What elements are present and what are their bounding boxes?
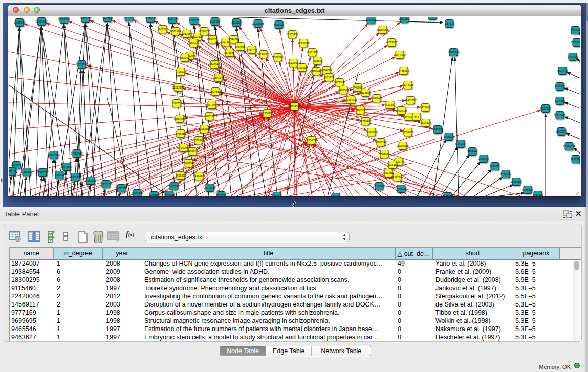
svg-text:10973493: 10973493	[394, 53, 405, 56]
svg-text:3912954: 3912954	[231, 21, 242, 24]
svg-text:3911141: 3911141	[9, 170, 17, 173]
svg-text:9084067: 9084067	[379, 152, 389, 156]
svg-text:8186328: 8186328	[207, 38, 217, 41]
svg-text:8794021: 8794021	[164, 193, 175, 196]
svg-text:10719185: 10719185	[144, 17, 156, 20]
svg-text:10756928: 10756928	[397, 144, 408, 147]
svg-text:8938923: 8938923	[444, 135, 454, 138]
svg-text:17046796: 17046796	[177, 146, 189, 149]
svg-text:15409948: 15409948	[183, 162, 194, 165]
svg-text:9777169: 9777169	[334, 81, 344, 84]
svg-text:7515524: 7515524	[274, 23, 284, 26]
svg-text:1615112: 1615112	[387, 163, 398, 166]
svg-text:18807249: 18807249	[375, 141, 386, 144]
svg-text:3912954: 3912954	[182, 32, 192, 35]
svg-text:2087682: 2087682	[366, 18, 376, 21]
svg-text:1362615: 1362615	[297, 66, 307, 69]
svg-text:7632621: 7632621	[490, 165, 500, 168]
svg-text:10654112: 10654112	[511, 180, 522, 183]
svg-text:1082021: 1082021	[331, 195, 341, 196]
svg-text:8215958: 8215958	[540, 107, 551, 110]
svg-text:8242848: 8242848	[209, 63, 220, 66]
svg-text:9245082: 9245082	[443, 195, 453, 196]
svg-text:6379197: 6379197	[455, 142, 466, 145]
svg-text:8471676: 8471676	[500, 172, 511, 176]
svg-text:3678342: 3678342	[193, 139, 204, 142]
svg-text:9160124: 9160124	[210, 20, 220, 23]
svg-text:1244415: 1244415	[555, 99, 565, 102]
svg-text:1527602: 1527602	[102, 17, 113, 19]
svg-text:12505135: 12505135	[69, 176, 81, 179]
svg-text:7857563: 7857563	[216, 194, 226, 196]
svg-text:18653283: 18653283	[58, 18, 70, 21]
svg-text:7955812: 7955812	[312, 59, 322, 62]
svg-text:7663822: 7663822	[158, 28, 168, 31]
svg-text:10653287: 10653287	[79, 17, 91, 20]
svg-text:6794028: 6794028	[321, 69, 332, 72]
svg-text:6466160: 6466160	[124, 17, 134, 19]
svg-text:1145194: 1145194	[54, 173, 64, 177]
svg-text:20691406: 20691406	[35, 20, 47, 23]
svg-text:20206506: 20206506	[48, 154, 59, 157]
svg-text:16154808: 16154808	[377, 28, 388, 31]
svg-text:10688609: 10688609	[365, 130, 377, 134]
svg-text:983902: 983902	[180, 56, 189, 59]
svg-text:417006: 417006	[207, 103, 216, 106]
svg-text:8990448: 8990448	[311, 70, 321, 73]
svg-text:12213393: 12213393	[172, 86, 184, 89]
svg-text:10958117: 10958117	[100, 183, 112, 186]
svg-text:1757693: 1757693	[533, 193, 543, 196]
svg-text:1640953: 1640953	[432, 128, 443, 131]
svg-text:12942757: 12942757	[36, 171, 48, 174]
svg-text:9452282: 9452282	[149, 194, 159, 196]
svg-text:9245612: 9245612	[522, 188, 533, 191]
svg-text:15692971: 15692971	[555, 130, 567, 133]
svg-text:2935134: 2935134	[478, 157, 489, 160]
svg-text:18300295: 18300295	[261, 112, 273, 115]
svg-text:1112644: 1112644	[570, 29, 580, 32]
svg-text:8454749: 8454749	[247, 48, 257, 51]
svg-text:13226058: 13226058	[198, 30, 210, 33]
svg-text:1544546: 1544546	[229, 38, 239, 41]
svg-text:844: 844	[415, 115, 419, 118]
svg-text:16671385: 16671385	[166, 18, 178, 21]
svg-text:15720407: 15720407	[359, 120, 371, 123]
svg-text:11325419: 11325419	[287, 33, 298, 36]
svg-text:2718170: 2718170	[176, 70, 186, 73]
svg-text:10025438: 10025438	[395, 109, 407, 112]
svg-text:2050431: 2050431	[272, 194, 282, 196]
svg-text:3493222: 3493222	[187, 150, 198, 153]
svg-text:9329996: 9329996	[568, 55, 578, 58]
svg-text:13226058: 13226058	[252, 22, 264, 25]
svg-text:2803144: 2803144	[213, 76, 224, 79]
svg-text:13975125: 13975125	[402, 83, 413, 86]
svg-text:7485063: 7485063	[399, 69, 409, 72]
svg-text:9327509: 9327509	[192, 35, 203, 38]
svg-text:1588520: 1588520	[273, 56, 283, 59]
svg-text:9115460: 9115460	[420, 106, 430, 109]
svg-text:1621022: 1621022	[324, 76, 334, 79]
svg-text:4639051: 4639051	[11, 164, 21, 167]
svg-text:8813054: 8813054	[427, 17, 438, 17]
svg-text:7986322: 7986322	[355, 108, 365, 112]
svg-text:8322037: 8322037	[288, 61, 298, 64]
svg-text:18724007: 18724007	[289, 105, 300, 108]
svg-text:62160: 62160	[386, 103, 394, 106]
svg-text:16782759: 16782759	[115, 187, 127, 190]
svg-text:1209382: 1209382	[555, 85, 565, 88]
svg-text:9657791: 9657791	[169, 185, 179, 188]
svg-text:13524851: 13524851	[382, 171, 394, 174]
svg-text:7515526: 7515526	[189, 19, 199, 22]
svg-text:1167534: 1167534	[571, 158, 580, 161]
svg-text:8267130: 8267130	[204, 115, 214, 118]
svg-text:12353594: 12353594	[198, 127, 210, 130]
svg-text:16648764: 16648764	[447, 51, 459, 54]
svg-text:15751074: 15751074	[571, 41, 580, 44]
svg-text:13463627: 13463627	[404, 99, 416, 102]
svg-text:12213987: 12213987	[385, 41, 397, 44]
svg-text:2967608: 2967608	[235, 45, 245, 48]
svg-text:17016504: 17016504	[563, 145, 575, 148]
svg-text:20053346: 20053346	[76, 63, 88, 66]
svg-text:19384554: 19384554	[305, 139, 317, 142]
svg-text:3624554: 3624554	[360, 91, 371, 94]
